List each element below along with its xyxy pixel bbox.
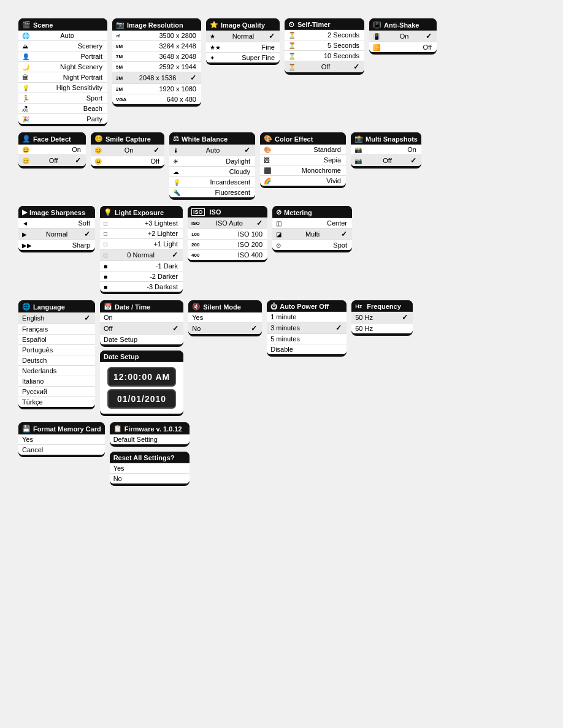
list-item[interactable]: ⏳2 Seconds: [285, 30, 364, 40]
list-item[interactable]: ◫Center: [272, 218, 352, 229]
list-item[interactable]: 3M2048 x 1536✓: [112, 72, 201, 84]
multi-snapshots-icon: 📸: [354, 135, 363, 143]
list-item[interactable]: 💡Incandescent: [169, 177, 255, 188]
list-item[interactable]: No✓: [188, 323, 262, 334]
list-item[interactable]: ㎡3500 x 2800: [112, 31, 201, 41]
date-time-icon: 📅: [104, 303, 112, 311]
list-item[interactable]: On: [100, 313, 183, 323]
item-label: 1 minute: [270, 313, 296, 320]
list-item[interactable]: 🏛Night Portrait: [18, 72, 107, 83]
list-item[interactable]: Yes: [18, 434, 105, 445]
list-item[interactable]: ☀Daylight: [169, 156, 255, 167]
list-item[interactable]: ◪Multi✓: [272, 229, 352, 240]
list-item[interactable]: Off✓: [100, 323, 183, 335]
image-resolution-icon: 📷: [116, 21, 124, 29]
list-item[interactable]: 8M3264 x 2448: [112, 41, 201, 51]
list-item[interactable]: 😀On: [18, 145, 86, 155]
list-item[interactable]: Disable: [267, 344, 347, 354]
list-item[interactable]: ☁Cloudy: [169, 167, 255, 177]
list-item[interactable]: 50 Hz✓: [351, 312, 413, 324]
item-label: On: [104, 314, 113, 321]
list-item[interactable]: VGA640 x 480: [112, 94, 201, 104]
list-item[interactable]: 200ISO 200: [188, 240, 267, 250]
list-item[interactable]: 60 Hz: [351, 324, 413, 333]
list-item[interactable]: 📴Off: [369, 42, 437, 52]
item-label: Auto: [60, 32, 74, 39]
list-item[interactable]: ⏳10 Seconds: [285, 51, 364, 61]
list-item[interactable]: 2M1920 x 1080: [112, 84, 201, 94]
list-item[interactable]: ★Normal✓: [206, 31, 280, 42]
list-item[interactable]: 🌈Vivid: [260, 176, 346, 186]
list-item[interactable]: ■-2 Darker: [100, 271, 183, 282]
list-item[interactable]: 3 minutes✓: [267, 322, 347, 334]
silent-mode-header: 🔇 Silent Mode: [188, 300, 262, 313]
item-label: Off: [49, 157, 58, 164]
list-item[interactable]: 🎨Standard: [260, 145, 346, 155]
list-item[interactable]: ISOISO Auto✓: [188, 218, 267, 229]
list-item[interactable]: ▶▶Sharp: [18, 240, 95, 250]
list-item[interactable]: 🌡Auto✓: [169, 145, 255, 156]
list-item[interactable]: Nederlands: [18, 366, 95, 376]
list-item[interactable]: Deutsch: [18, 355, 95, 366]
list-item[interactable]: Cancel: [18, 445, 105, 455]
list-item[interactable]: Türkçe: [18, 397, 95, 407]
list-item[interactable]: English✓: [18, 313, 95, 324]
list-item[interactable]: 🏃Sport: [18, 93, 107, 104]
list-item[interactable]: 🏖Beach: [18, 104, 107, 114]
item-label: Scenery: [78, 42, 102, 50]
color-effect-header: 🎨 Color Effect: [260, 132, 346, 145]
list-item[interactable]: 📳On✓: [369, 31, 437, 42]
list-item[interactable]: Português: [18, 345, 95, 355]
list-item[interactable]: ▶Normal✓: [18, 229, 95, 240]
list-item[interactable]: □+3 Lightest: [100, 218, 183, 229]
list-item[interactable]: ⏳5 Seconds: [285, 40, 364, 51]
list-item[interactable]: 5M2592 x 1944: [112, 62, 201, 72]
list-item[interactable]: 📷Off✓: [351, 155, 421, 166]
list-item[interactable]: □0 Normal✓: [100, 249, 183, 261]
list-item[interactable]: 🔦Fluorescent: [169, 188, 255, 197]
list-item[interactable]: 📸On: [351, 145, 421, 155]
list-item[interactable]: ◄Soft: [18, 218, 95, 229]
list-item[interactable]: 😐Off: [91, 156, 164, 166]
list-item[interactable]: 🌐Auto: [18, 31, 107, 41]
list-item[interactable]: 5 minutes: [267, 334, 347, 344]
list-item[interactable]: Italiano: [18, 376, 95, 387]
list-item[interactable]: 400ISO 400: [188, 250, 267, 260]
list-item[interactable]: ⏳Off✓: [285, 61, 364, 72]
item-label: Türkçe: [22, 398, 43, 406]
list-item[interactable]: 💡High Sensitivity: [18, 83, 107, 93]
list-item[interactable]: 7M3648 x 2048: [112, 51, 201, 62]
list-item[interactable]: 🎉Party: [18, 114, 107, 124]
smile-capture-menu: 😊 Smile Capture 😊On✓ 😐Off: [91, 132, 164, 169]
list-item[interactable]: Default Setting: [110, 434, 190, 444]
list-item[interactable]: □+2 Lighter: [100, 229, 183, 239]
list-item[interactable]: ⊙Spot: [272, 240, 352, 250]
list-item[interactable]: No: [110, 474, 190, 483]
list-item[interactable]: 😊On✓: [91, 145, 164, 156]
list-item[interactable]: Français: [18, 324, 95, 335]
date-display[interactable]: 01/01/2010: [107, 389, 176, 409]
list-item[interactable]: 👤Portrait: [18, 51, 107, 62]
list-item[interactable]: Yes: [188, 313, 262, 323]
list-item[interactable]: 😐Off✓: [18, 155, 86, 166]
smile-capture-header: 😊 Smile Capture: [91, 132, 164, 145]
list-item[interactable]: Date Setup: [100, 335, 183, 344]
list-item[interactable]: 1 minute: [267, 312, 347, 322]
list-item[interactable]: 🖼Sepia: [260, 155, 346, 165]
list-item[interactable]: ★★Fine: [206, 42, 280, 53]
list-item[interactable]: ■-1 Dark: [100, 261, 183, 271]
item-label: Center: [327, 219, 347, 227]
auto-power-off-menu: ⏻ Auto Power Off 1 minute 3 minutes✓ 5 m…: [267, 300, 347, 357]
list-item[interactable]: ⛰Scenery: [18, 41, 107, 51]
list-item[interactable]: Español: [18, 335, 95, 345]
list-item[interactable]: 🌙Night Scenery: [18, 62, 107, 72]
list-item[interactable]: 100ISO 100: [188, 229, 267, 240]
list-item[interactable]: ⬛Monochrome: [260, 165, 346, 176]
list-item[interactable]: ✦Super Fine: [206, 53, 280, 63]
iso-title: ISO: [210, 208, 221, 216]
list-item[interactable]: ■-3 Darkest: [100, 282, 183, 292]
list-item[interactable]: □+1 Light: [100, 239, 183, 249]
time-display[interactable]: 12:00:00 AM: [107, 367, 176, 387]
list-item[interactable]: Yes: [110, 463, 190, 474]
list-item[interactable]: Русский: [18, 387, 95, 397]
